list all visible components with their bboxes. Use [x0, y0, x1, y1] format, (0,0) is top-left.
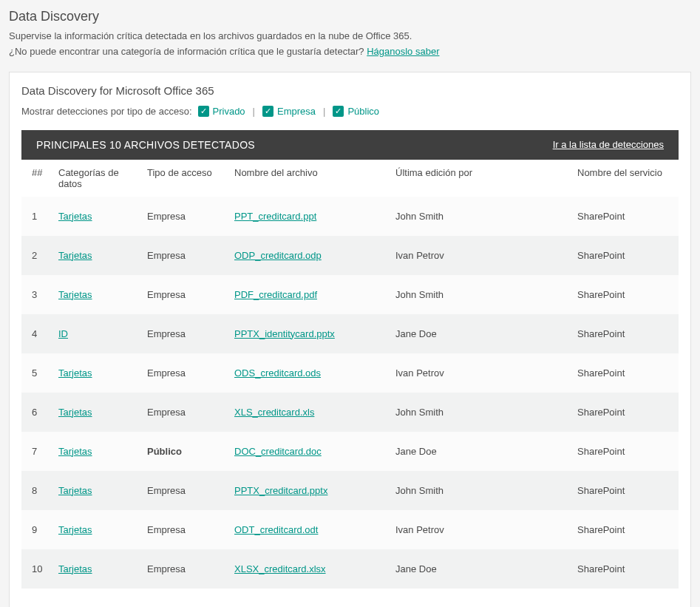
- cell-filename: ODP_creditcard.odp: [228, 236, 390, 275]
- category-link[interactable]: Tarjetas: [58, 250, 92, 261]
- cell-service: SharePoint: [571, 353, 679, 393]
- detections-table: ## Categorías de datos Tipo de acceso No…: [21, 160, 679, 589]
- cell-category: Tarjetas: [52, 236, 141, 275]
- cell-num: 6: [21, 393, 52, 432]
- filename-link[interactable]: XLSX_creditcard.xlsx: [234, 563, 326, 574]
- filename-link[interactable]: ODT_creditcard.odt: [234, 524, 318, 535]
- filter-public[interactable]: Público: [333, 106, 379, 117]
- filename-link[interactable]: PDF_creditcard.pdf: [234, 289, 317, 300]
- cell-filename: PPT_creditcard.ppt: [228, 197, 390, 236]
- cell-access: Empresa: [141, 471, 228, 510]
- discovery-panel: Data Discovery for Microsoft Office 365 …: [9, 72, 691, 607]
- table-titlebar: PRINCIPALES 10 ARCHIVOS DETECTADOS Ir a …: [21, 130, 679, 160]
- category-link[interactable]: Tarjetas: [58, 524, 92, 535]
- cell-access: Empresa: [141, 236, 228, 275]
- cell-edited-by: Ivan Petrov: [390, 353, 571, 393]
- cell-service: SharePoint: [571, 314, 679, 353]
- table-row: 10TarjetasEmpresaXLSX_creditcard.xlsxJan…: [21, 549, 679, 589]
- cell-service: SharePoint: [571, 549, 679, 589]
- cell-edited-by: John Smith: [390, 197, 571, 236]
- category-link[interactable]: Tarjetas: [58, 446, 92, 457]
- feedback-question: ¿No puede encontrar una categoría de inf…: [9, 46, 367, 57]
- table-row: 4IDEmpresaPPTX_identitycard.pptxJane Doe…: [21, 314, 679, 353]
- cell-num: 4: [21, 314, 52, 353]
- checkbox-icon: [262, 106, 273, 117]
- filename-link[interactable]: DOC_creditcard.doc: [234, 446, 322, 457]
- filter-label: Mostrar detecciones por tipo de acceso:: [21, 106, 192, 117]
- checkbox-icon: [198, 106, 209, 117]
- cell-access: Empresa: [141, 393, 228, 432]
- col-access: Tipo de acceso: [141, 160, 228, 197]
- cell-num: 8: [21, 471, 52, 510]
- filter-private[interactable]: Privado: [198, 106, 245, 117]
- cell-filename: PPTX_creditcard.pptx: [228, 471, 390, 510]
- access-filter-row: Mostrar detecciones por tipo de acceso: …: [21, 106, 679, 117]
- filter-separator: |: [253, 106, 255, 117]
- table-row: 7TarjetasPúblicoDOC_creditcard.docJane D…: [21, 432, 679, 471]
- table-row: 8TarjetasEmpresaPPTX_creditcard.pptxJohn…: [21, 471, 679, 510]
- cell-service: SharePoint: [571, 236, 679, 275]
- cell-category: ID: [52, 314, 141, 353]
- cell-edited-by: John Smith: [390, 471, 571, 510]
- filename-link[interactable]: PPTX_creditcard.pptx: [234, 485, 327, 496]
- category-link[interactable]: Tarjetas: [58, 407, 92, 418]
- filter-company-label: Empresa: [277, 106, 316, 117]
- filter-private-label: Privado: [213, 106, 245, 117]
- cell-access: Empresa: [141, 549, 228, 589]
- filter-company[interactable]: Empresa: [262, 106, 316, 117]
- cell-category: Tarjetas: [52, 197, 141, 236]
- cell-edited-by: Jane Doe: [390, 432, 571, 471]
- checkbox-icon: [333, 106, 344, 117]
- filename-link[interactable]: PPT_creditcard.ppt: [234, 211, 316, 222]
- filename-link[interactable]: PPTX_identitycard.pptx: [234, 328, 335, 339]
- cell-filename: DOC_creditcard.doc: [228, 432, 390, 471]
- col-filename: Nombre del archivo: [228, 160, 390, 197]
- cell-access: Público: [141, 432, 228, 471]
- cell-edited-by: Ivan Petrov: [390, 510, 571, 549]
- cell-num: 3: [21, 275, 52, 314]
- table-row: 3TarjetasEmpresaPDF_creditcard.pdfJohn S…: [21, 275, 679, 314]
- filename-link[interactable]: ODP_creditcard.odp: [234, 250, 322, 261]
- cell-filename: XLS_creditcard.xls: [228, 393, 390, 432]
- cell-category: Tarjetas: [52, 471, 141, 510]
- category-link[interactable]: Tarjetas: [58, 563, 92, 574]
- category-link[interactable]: Tarjetas: [58, 211, 92, 222]
- goto-detections-link[interactable]: Ir a la lista de detecciones: [553, 139, 664, 150]
- cell-service: SharePoint: [571, 275, 679, 314]
- cell-edited-by: Ivan Petrov: [390, 236, 571, 275]
- category-link[interactable]: ID: [58, 328, 68, 339]
- cell-service: SharePoint: [571, 471, 679, 510]
- cell-category: Tarjetas: [52, 353, 141, 393]
- table-row: 5TarjetasEmpresaODS_creditcard.odsIvan P…: [21, 353, 679, 393]
- cell-edited-by: Jane Doe: [390, 314, 571, 353]
- table-row: 6TarjetasEmpresaXLS_creditcard.xlsJohn S…: [21, 393, 679, 432]
- filename-link[interactable]: XLS_creditcard.xls: [234, 407, 314, 418]
- cell-filename: PDF_creditcard.pdf: [228, 275, 390, 314]
- cell-access: Empresa: [141, 197, 228, 236]
- cell-service: SharePoint: [571, 510, 679, 549]
- cell-service: SharePoint: [571, 393, 679, 432]
- cell-filename: ODT_creditcard.odt: [228, 510, 390, 549]
- table-row: 1TarjetasEmpresaPPT_creditcard.pptJohn S…: [21, 197, 679, 236]
- cell-service: SharePoint: [571, 432, 679, 471]
- cell-edited-by: John Smith: [390, 275, 571, 314]
- filename-link[interactable]: ODS_creditcard.ods: [234, 367, 321, 379]
- cell-category: Tarjetas: [52, 510, 141, 549]
- page-title: Data Discovery: [9, 9, 691, 24]
- feedback-link[interactable]: Háganoslo saber: [367, 46, 439, 57]
- cell-num: 1: [21, 197, 52, 236]
- cell-access: Empresa: [141, 314, 228, 353]
- category-link[interactable]: Tarjetas: [58, 367, 92, 379]
- cell-access: Empresa: [141, 510, 228, 549]
- table-row: 9TarjetasEmpresaODT_creditcard.odtIvan P…: [21, 510, 679, 549]
- category-link[interactable]: Tarjetas: [58, 289, 92, 300]
- col-num: ##: [21, 160, 52, 197]
- category-link[interactable]: Tarjetas: [58, 485, 92, 496]
- cell-filename: ODS_creditcard.ods: [228, 353, 390, 393]
- cell-access: Empresa: [141, 275, 228, 314]
- cell-num: 10: [21, 549, 52, 589]
- cell-filename: PPTX_identitycard.pptx: [228, 314, 390, 353]
- table-row: 2TarjetasEmpresaODP_creditcard.odpIvan P…: [21, 236, 679, 275]
- cell-edited-by: John Smith: [390, 393, 571, 432]
- table-title: PRINCIPALES 10 ARCHIVOS DETECTADOS: [36, 139, 255, 151]
